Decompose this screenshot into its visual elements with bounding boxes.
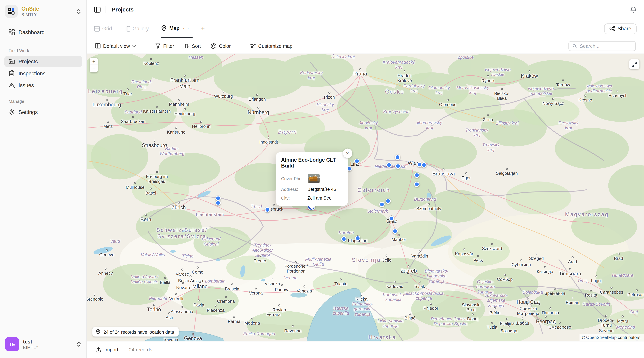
- folder-kanban-icon: [8, 58, 15, 65]
- record-marker[interactable]: [264, 207, 270, 213]
- share-icon: [609, 26, 615, 31]
- app-name: OnSite: [22, 6, 73, 12]
- sort-arrows-icon: [184, 43, 190, 49]
- tab-map[interactable]: Map: [161, 20, 180, 37]
- gear-icon: [8, 109, 15, 115]
- user-switcher[interactable]: TE test BIMTLY: [4, 334, 82, 354]
- popup-field-row: City:Zell am See: [281, 195, 342, 200]
- tab-gallery[interactable]: Gallery: [124, 20, 149, 38]
- share-button[interactable]: Share: [604, 23, 636, 34]
- view-selector[interactable]: Default view: [95, 43, 136, 49]
- sidebar: OnSite BIMTLY Dashboard Field Work Proje…: [0, 0, 87, 358]
- sidebar-toggle-button[interactable]: [94, 7, 101, 13]
- map-zoom-control: + −: [90, 58, 98, 72]
- sidebar-section-manage: Manage: [4, 99, 82, 104]
- sidebar-item-dashboard[interactable]: Dashboard: [4, 27, 82, 38]
- sort-label: Sort: [192, 43, 201, 49]
- record-marker[interactable]: [385, 199, 390, 204]
- top-header: Projects: [87, 0, 644, 20]
- customize-map-label: Customize map: [258, 43, 292, 49]
- import-label: Import: [104, 347, 118, 352]
- record-marker[interactable]: [354, 158, 360, 164]
- popup-field-row: Address:Bergstraße 45: [281, 187, 342, 192]
- app-logo: [5, 5, 18, 18]
- tab-label: Grid: [102, 26, 112, 31]
- table-view-icon: [95, 43, 101, 49]
- record-marker[interactable]: [379, 202, 384, 207]
- popup-record-title: Alpine Eco-Lodge CLT Build: [281, 157, 342, 169]
- app-window: OnSite BIMTLY Dashboard Field Work Proje…: [0, 0, 644, 358]
- map-toolbar: Default view Filter Sort: [87, 38, 644, 54]
- popup-field-label: Cover Pho…: [281, 176, 308, 181]
- divider: [106, 6, 106, 13]
- sidebar-item-issues[interactable]: Issues: [4, 80, 82, 91]
- record-marker[interactable]: [421, 162, 426, 168]
- map-canvas[interactable]: HessenKoblenzÚstecký krajKarlovarský kra…: [87, 54, 644, 341]
- divider: [146, 42, 146, 50]
- chevrons-up-down-icon: [76, 341, 81, 347]
- chevron-down-icon: [132, 45, 136, 47]
- gallery-view-icon: [124, 26, 130, 31]
- record-marker[interactable]: [414, 182, 420, 187]
- search-input[interactable]: [580, 43, 632, 49]
- chevrons-up-down-icon: [76, 9, 81, 14]
- popup-field-label: Address:: [281, 187, 308, 192]
- popup-field-value: Bergstraße 45: [308, 187, 336, 192]
- map-fullscreen-button[interactable]: [629, 59, 640, 69]
- funnel-icon: [156, 43, 161, 49]
- sidebar-item-settings[interactable]: Settings: [4, 107, 82, 118]
- sidebar-item-label: Inspections: [18, 70, 46, 77]
- record-marker[interactable]: [392, 229, 398, 234]
- record-marker[interactable]: [395, 163, 400, 169]
- sidebar-item-inspections[interactable]: Inspections: [4, 68, 82, 79]
- sidebar-section-fieldwork: Field Work: [4, 48, 82, 53]
- record-marker[interactable]: [395, 154, 400, 160]
- record-marker[interactable]: [388, 216, 394, 221]
- cover-photo-thumbnail[interactable]: [308, 174, 320, 183]
- bottom-bar: Import 24 records: [87, 341, 644, 358]
- filter-button[interactable]: Filter: [156, 43, 174, 49]
- triangle-alert-icon: [8, 82, 15, 88]
- record-marker[interactable]: [341, 236, 346, 242]
- record-marker[interactable]: [355, 236, 360, 241]
- upload-icon: [96, 347, 101, 352]
- user-org: BIMTLY: [23, 345, 73, 349]
- sort-button[interactable]: Sort: [184, 43, 201, 49]
- main-area: Projects Grid: [87, 0, 644, 358]
- tab-more-button[interactable]: ···: [180, 25, 193, 31]
- location-data-badge: 24 of 24 records have location data: [92, 327, 178, 336]
- tab-grid[interactable]: Grid: [94, 20, 112, 38]
- map-tiles: [87, 54, 644, 341]
- map-pin-icon: [96, 329, 101, 334]
- zoom-in-button[interactable]: +: [90, 58, 98, 65]
- sidebar-item-label: Dashboard: [18, 29, 45, 36]
- color-button[interactable]: Color: [211, 43, 231, 49]
- search-icon: [572, 43, 577, 48]
- popup-close-button[interactable]: ×: [343, 148, 352, 158]
- sidebar-item-projects[interactable]: Projects: [4, 56, 82, 67]
- osm-attribution-link[interactable]: OpenStreetMap: [586, 335, 617, 340]
- share-label: Share: [618, 26, 631, 31]
- avatar: TE: [5, 337, 19, 351]
- sidebar-item-label: Projects: [18, 58, 38, 65]
- popup-field-label: City:: [281, 195, 308, 200]
- customize-map-button[interactable]: Customize map: [250, 43, 292, 49]
- workspace-switcher[interactable]: OnSite BIMTLY: [4, 4, 82, 21]
- tab-label: Gallery: [132, 26, 149, 31]
- divider: [240, 42, 241, 50]
- search-field: [568, 41, 636, 51]
- add-view-button[interactable]: +: [198, 25, 207, 32]
- record-marker[interactable]: [215, 200, 221, 206]
- record-marker[interactable]: [414, 172, 420, 178]
- panel-left-icon: [94, 7, 101, 13]
- import-button[interactable]: Import: [96, 347, 118, 352]
- zoom-out-button[interactable]: −: [90, 65, 98, 72]
- tab-label: Map: [169, 25, 180, 31]
- location-data-badge-text: 24 of 24 records have location data: [104, 329, 174, 334]
- notifications-button[interactable]: [630, 6, 636, 13]
- palette-icon: [211, 43, 216, 49]
- filter-label: Filter: [163, 43, 174, 49]
- popup-field-row: Cover Pho…: [281, 174, 342, 183]
- workspace-name: BIMTLY: [22, 12, 73, 17]
- record-marker[interactable]: [386, 162, 392, 168]
